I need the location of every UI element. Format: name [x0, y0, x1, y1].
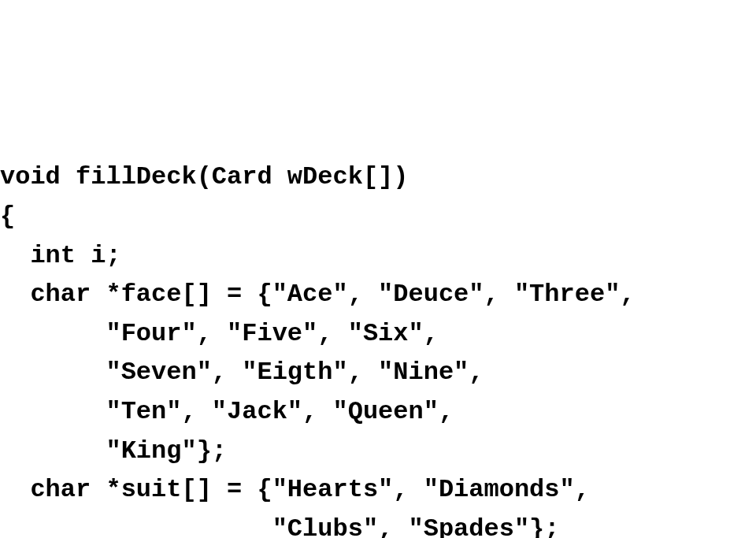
code-block: void fillDeck(Card wDeck[]) { int i; cha…	[0, 158, 756, 538]
